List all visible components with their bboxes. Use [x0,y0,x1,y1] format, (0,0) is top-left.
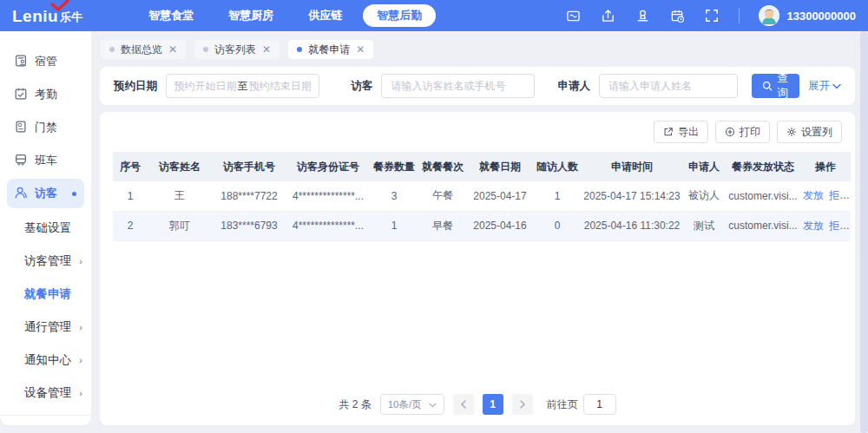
nav-item-logistics[interactable]: 智慧后勤 [363,4,436,27]
cell-id-card: 4**************... [286,211,370,240]
nav-item-supply-chain[interactable]: 供应链 [294,4,356,27]
cell-phone: 183****6793 [212,211,286,240]
search-button[interactable]: 查询 [752,74,799,98]
page-tabs: 数据总览 ✕ 访客列表 ✕ 就餐申请 ✕ [100,31,855,67]
page-scrollbar[interactable] [860,31,868,433]
active-dot [72,192,76,196]
chevron-right-icon: › [79,388,82,398]
gear-icon [786,127,797,137]
table-toolbar: 导出 打印 设置列 [113,121,842,143]
tab-label: 访客列表 [214,43,256,57]
cell-companions: 1 [533,181,582,211]
page-size-select[interactable]: 10条/页 [380,394,444,415]
table-row[interactable]: 1 王 188****7722 4**************... 3 午餐 … [113,181,851,211]
prev-page-button[interactable] [453,394,474,415]
cell-apply-time: 2025-04-16 11:30:22 [582,211,682,240]
col-header-actions: 操作 [800,152,851,181]
meal-application-table: 序号 访客姓名 访客手机号 访客身份证号 餐券数量 就餐餐次 就餐日期 随访人数… [113,152,851,241]
column-settings-label: 设置列 [801,125,832,140]
tab-label: 数据总览 [121,43,162,57]
cell-no: 2 [113,211,148,240]
tab-meal-application[interactable]: 就餐申请 ✕ [287,39,374,60]
close-icon[interactable]: ✕ [356,44,365,55]
cell-status: customer.visi... [726,181,800,211]
tab-visitor-list[interactable]: 访客列表 ✕ [194,39,280,60]
chevron-down-icon [429,399,437,410]
tab-dot [297,47,302,52]
export-button[interactable]: 导出 [654,121,708,143]
share-upload-icon[interactable] [600,8,615,23]
sidebar-item-attendance[interactable]: 考勤 [7,80,84,109]
col-header-ticket-count: 餐券数量 [370,152,418,181]
printer-icon [725,127,735,137]
visitor-search-input[interactable] [381,74,535,98]
attendance-icon [14,87,28,103]
close-icon[interactable]: ✕ [262,44,271,55]
export-icon [663,127,674,137]
date-separator: 至 [238,79,248,94]
sidebar-item-shuttle[interactable]: 班车 [7,146,84,175]
applicant-search-input[interactable] [599,74,738,98]
reject-link[interactable]: 拒绝 [829,220,850,232]
cell-meal: 午餐 [418,181,467,211]
main-nav: 智慧食堂 智慧厨房 供应链 智慧后勤 [135,4,436,27]
submenu-label: 通行管理 [24,319,71,335]
tab-dot [109,47,115,52]
sidebar-item-visitor[interactable]: 访客 [7,179,84,208]
col-header-companions: 随访人数 [533,152,582,181]
submenu-item-notification-center[interactable]: 通知中心 › [0,344,91,377]
col-header-applicant: 申请人 [682,152,726,181]
submenu-item-visitor-management[interactable]: 访客管理 › [0,245,91,278]
date-filter-label: 预约日期 [114,79,157,94]
print-button-label: 打印 [740,125,760,140]
cell-id-card: 4**************... [286,181,370,211]
nav-item-kitchen[interactable]: 智慧厨房 [214,4,287,27]
reject-link[interactable]: 拒绝 [829,189,850,201]
submenu-label: 基础设置 [24,220,71,236]
visitor-submenu: 基础设置 访客管理 › 就餐申请 通行管理 › 通知中心 › 设备管理 › [0,212,91,416]
submenu-item-meal-application[interactable]: 就餐申请 [0,278,91,311]
user-avatar[interactable] [759,5,779,26]
sidebar: 宿管 考勤 门禁 班车 访客 基础设置 访客管理 › [0,31,91,425]
col-header-meal: 就餐餐次 [418,152,467,181]
stamp-icon[interactable] [635,8,650,23]
goto-page-input[interactable] [583,394,616,415]
logo-check-icon [50,0,69,14]
table-row[interactable]: 2 郭叮 183****6793 4**************... 1 早餐… [113,211,851,240]
dashboard-screen-icon[interactable] [565,8,581,23]
submenu-item-passage-management[interactable]: 通行管理 › [0,311,91,344]
next-page-button[interactable] [512,394,533,415]
col-header-no: 序号 [113,152,148,181]
access-icon [14,120,28,136]
print-button[interactable]: 打印 [715,121,770,143]
goto-page-label: 前往页 [547,397,578,412]
column-settings-button[interactable]: 设置列 [777,121,842,143]
sidebar-item-dorm[interactable]: 宿管 [7,47,84,76]
cell-actions: 发放拒绝 [800,211,851,240]
col-header-date: 就餐日期 [467,152,533,181]
issue-link[interactable]: 发放 [803,189,824,201]
fullscreen-icon[interactable] [704,8,720,23]
submenu-item-device-management[interactable]: 设备管理 › [0,377,91,410]
tab-data-overview[interactable]: 数据总览 ✕ [100,39,187,60]
header-divider [739,8,740,23]
issue-link[interactable]: 发放 [803,220,824,232]
submenu-item-basic-settings[interactable]: 基础设置 [0,212,91,245]
cell-ticket-count: 3 [370,181,418,211]
nav-item-canteen[interactable]: 智慧食堂 [135,4,207,27]
cell-visitor-name: 郭叮 [148,211,212,240]
sidebar-item-access[interactable]: 门禁 [7,113,84,142]
date-range-picker[interactable]: 预约开始日期 至 预约结束日期 [166,74,319,98]
chevron-down-icon [832,80,841,92]
tab-dot [203,47,208,52]
search-button-label: 查询 [776,71,789,101]
submenu-label: 通知中心 [24,352,71,368]
schedule-icon[interactable] [669,8,685,23]
page-number-1[interactable]: 1 [483,394,503,415]
user-info[interactable]: 13300000000 [759,5,856,26]
submenu-label: 就餐申请 [24,286,71,302]
expand-filters-link[interactable]: 展开 [808,79,841,94]
col-header-visitor-name: 访客姓名 [148,152,212,181]
close-icon[interactable]: ✕ [168,44,177,55]
cell-status: customer.visi... [726,211,800,240]
